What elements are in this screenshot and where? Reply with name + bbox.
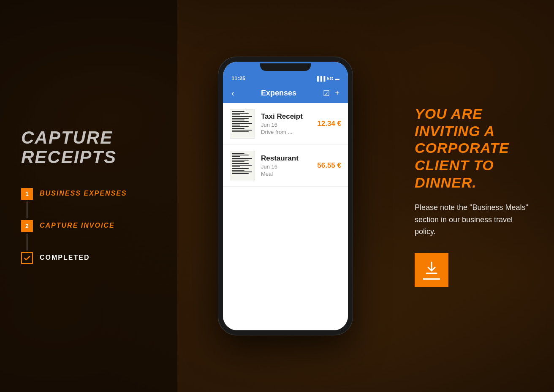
expense-date-taxi: Jun 16 <box>261 122 311 128</box>
status-time: 11:25 <box>231 75 245 82</box>
download-underline <box>423 278 440 280</box>
step-1: 1 BUSINESS EXPENSES <box>21 188 156 220</box>
step-2-line <box>27 234 27 250</box>
right-body: Please note the "Business Meals" section… <box>415 201 533 238</box>
main-layout: CAPTURE RECEIPTS 1 BUSINESS EXPENSES 2 C… <box>0 0 554 392</box>
expense-info-restaurant: Restaurant Jun 16 Meal <box>261 154 311 177</box>
signal-bars-icon: ▐▐▐ <box>315 76 325 81</box>
download-icon <box>424 261 439 276</box>
receipt-thumbnail-taxi <box>230 109 255 139</box>
step-1-label: BUSINESS EXPENSES <box>40 188 127 197</box>
step-2-label: CAPTURE INVOICE <box>40 220 115 229</box>
step-check-icon <box>21 252 33 264</box>
left-panel: CAPTURE RECEIPTS 1 BUSINESS EXPENSES 2 C… <box>0 0 177 392</box>
step-1-connector: 1 <box>21 188 33 220</box>
phone-notch <box>260 63 311 71</box>
status-bar: 11:25 ▐▐▐ 5G ▬ <box>223 71 348 85</box>
expense-item-taxi[interactable]: Taxi Receipt Jun 16 Drive from ... 12.34… <box>223 103 348 145</box>
expense-list: Taxi Receipt Jun 16 Drive from ... 12.34… <box>223 103 348 330</box>
nav-title: Expenses <box>261 89 296 98</box>
capture-title: CAPTURE RECEIPTS <box>21 128 156 167</box>
step-2-connector: 2 <box>21 220 33 252</box>
battery-icon: ▬ <box>335 76 339 81</box>
expense-name-restaurant: Restaurant <box>261 154 311 163</box>
step-1-number: 1 <box>21 188 33 200</box>
expense-item-restaurant[interactable]: Restaurant Jun 16 Meal 56.55 € <box>223 145 348 187</box>
expense-date-restaurant: Jun 16 <box>261 163 311 170</box>
step-completed-connector <box>21 252 33 264</box>
expense-desc-taxi: Drive from ... <box>261 129 311 135</box>
step-completed-label: COMPLETED <box>40 252 90 261</box>
steps-list: 1 BUSINESS EXPENSES 2 CAPTURE INVOICE <box>21 188 156 264</box>
phone-mockup: 11:25 ▐▐▐ 5G ▬ ‹ Expenses ☑ + <box>218 57 353 335</box>
download-button[interactable] <box>415 253 448 287</box>
right-heading: YOU ARE INVITING A CORPORATE CLIENT TO D… <box>415 105 533 191</box>
expense-amount-restaurant: 56.55 € <box>317 161 341 170</box>
expense-info-taxi: Taxi Receipt Jun 16 Drive from ... <box>261 112 311 135</box>
expense-name-taxi: Taxi Receipt <box>261 112 311 121</box>
status-icons: ▐▐▐ 5G ▬ <box>315 76 339 81</box>
center-panel: 11:25 ▐▐▐ 5G ▬ ‹ Expenses ☑ + <box>177 0 394 392</box>
edit-icon[interactable]: ☑ <box>323 89 330 98</box>
right-panel: YOU ARE INVITING A CORPORATE CLIENT TO D… <box>394 0 554 392</box>
nav-bar: ‹ Expenses ☑ + <box>223 85 348 103</box>
step-2-number: 2 <box>21 220 33 232</box>
step-completed: COMPLETED <box>21 252 156 264</box>
network-type: 5G <box>327 76 333 81</box>
step-2: 2 CAPTURE INVOICE <box>21 220 156 252</box>
expense-amount-taxi: 12.34 € <box>317 120 341 128</box>
step-1-line <box>27 201 27 218</box>
add-icon[interactable]: + <box>335 89 339 98</box>
back-button[interactable]: ‹ <box>231 88 234 98</box>
phone-screen: 11:25 ▐▐▐ 5G ▬ ‹ Expenses ☑ + <box>223 62 348 330</box>
receipt-thumbnail-restaurant <box>230 151 255 180</box>
expense-desc-restaurant: Meal <box>261 171 311 177</box>
phone-notch-area <box>223 62 348 71</box>
nav-actions: ☑ + <box>323 89 339 98</box>
